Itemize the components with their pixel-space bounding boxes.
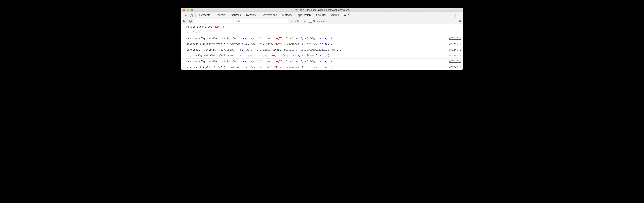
toggle-sidebar-icon[interactable] [182, 19, 187, 24]
source-link[interactable]: VM1240:1 [449, 37, 461, 41]
tab-sources[interactable]: Sources [230, 12, 242, 18]
panel-tabs: ElementsConsoleSourcesNetworkPerformance… [198, 12, 350, 18]
source-link[interactable]: VM1240:1 [449, 65, 461, 69]
svg-line-5 [190, 21, 191, 22]
close-window-icon[interactable] [183, 9, 185, 11]
log-content[interactable]: keydown KeyboardEvent {isTrusted: true, … [186, 59, 446, 64]
source-link[interactable]: VM1240:1 [449, 54, 461, 58]
tab-audits[interactable]: Audits [330, 12, 340, 18]
expand-icon[interactable] [200, 43, 202, 45]
group-similar-toggle[interactable]: ✓ Group similar [309, 20, 328, 23]
tab-console[interactable]: Console [215, 12, 226, 18]
console-log-row: textInput TextEvent {isTrusted: true, da… [182, 47, 462, 53]
checkbox-checked-icon[interactable]: ✓ [309, 20, 312, 23]
prompt-icon: › [183, 25, 186, 29]
expand-icon[interactable] [199, 38, 200, 39]
input-expression: monitorEvents($0, "key"); [186, 25, 461, 29]
minimize-window-icon[interactable] [187, 9, 189, 11]
window-title: DevTools - developers.google.com/web/sho… [182, 9, 462, 11]
console-input-row[interactable]: › monitorEvents($0, "key"); [182, 24, 462, 30]
tab-elements[interactable]: Elements [198, 12, 211, 18]
log-content[interactable]: keypress KeyboardEvent {isTrusted: true,… [186, 65, 446, 69]
levels-label: Default levels [290, 20, 305, 23]
console-return-row: ‹· undefined [182, 30, 462, 36]
chevron-down-icon [230, 21, 231, 22]
expand-icon[interactable] [200, 66, 202, 68]
source-link[interactable]: VM1240:1 [449, 42, 461, 46]
execution-context-select[interactable]: top [194, 19, 233, 23]
console-log-row: keydown KeyboardEvent {isTrusted: true, … [182, 59, 462, 64]
console-output: › monitorEvents($0, "key"); ‹· undefined… [182, 24, 462, 70]
zoom-window-icon[interactable] [191, 9, 193, 11]
log-content[interactable]: keypress KeyboardEvent {isTrusted: true,… [186, 42, 446, 46]
svg-rect-2 [191, 15, 192, 17]
separator [195, 14, 196, 17]
tab-memory[interactable]: Memory [282, 12, 293, 18]
inspect-element-icon[interactable] [182, 13, 188, 18]
window-controls [183, 9, 193, 11]
expand-icon[interactable] [196, 55, 197, 56]
console-log-row: keyup KeyboardEvent {isTrusted: true, ke… [182, 53, 462, 59]
log-content[interactable]: keyup KeyboardEvent {isTrusted: true, ke… [186, 54, 446, 58]
log-content[interactable]: textInput TextEvent {isTrusted: true, da… [186, 48, 446, 52]
device-toolbar-icon[interactable] [188, 13, 194, 18]
filter-placeholder: Filter [236, 20, 242, 23]
clear-console-icon[interactable] [188, 19, 192, 24]
console-log-row: keydown KeyboardEvent {isTrusted: true, … [182, 36, 462, 42]
main-tabstrip: ElementsConsoleSourcesNetworkPerformance… [182, 12, 462, 18]
group-similar-label: Group similar [313, 20, 328, 23]
return-value: undefined [186, 31, 461, 35]
console-settings-icon[interactable] [458, 19, 462, 23]
log-content[interactable]: keydown KeyboardEvent {isTrusted: true, … [186, 37, 446, 41]
filter-input[interactable]: Filter [234, 19, 288, 23]
tab-security[interactable]: Security [316, 12, 327, 18]
devtools-window: DevTools - developers.google.com/web/sho… [181, 8, 463, 70]
tab-axe[interactable]: aXe [344, 12, 350, 18]
more-menu-icon[interactable] [457, 13, 462, 18]
console-log-row: keypress KeyboardEvent {isTrusted: true,… [182, 64, 462, 70]
expand-icon[interactable] [199, 61, 200, 62]
tab-network[interactable]: Network [246, 12, 257, 18]
tab-application[interactable]: Application [297, 12, 312, 18]
expand-icon[interactable] [202, 49, 203, 51]
titlebar[interactable]: DevTools - developers.google.com/web/sho… [182, 8, 462, 12]
source-link[interactable]: VM1240:1 [449, 59, 461, 64]
console-toolbar: top Filter Default levels ✓ Group simila… [182, 18, 462, 24]
tab-performance[interactable]: Performance [261, 12, 278, 18]
console-log-row: keypress KeyboardEvent {isTrusted: true,… [182, 41, 462, 47]
log-levels-select[interactable]: Default levels [290, 20, 308, 23]
source-link[interactable]: VM1240:1 [449, 48, 461, 52]
context-value: top [196, 20, 199, 23]
return-icon: ‹· [183, 31, 186, 35]
chevron-down-icon [306, 21, 308, 22]
